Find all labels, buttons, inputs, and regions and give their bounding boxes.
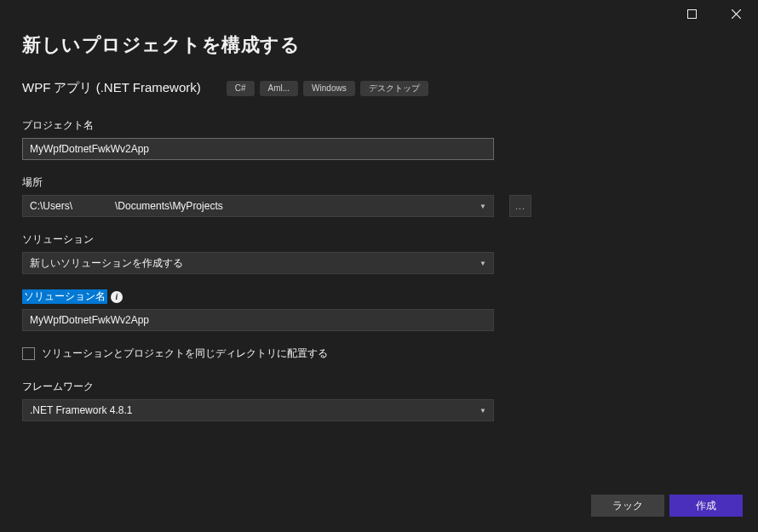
same-directory-label: ソリューションとプロジェクトを同じディレクトリに配置する [42,346,328,361]
framework-value: .NET Framework 4.8.1 [30,404,132,416]
info-icon[interactable]: i [111,291,123,303]
solution-name-label: ソリューション名 [22,289,107,304]
maximize-button[interactable] [673,2,710,26]
solution-name-input[interactable] [22,309,494,331]
same-directory-checkbox[interactable] [22,347,35,360]
solution-name-group: ソリューション名 i [22,289,736,331]
project-name-label: プロジェクト名 [22,118,736,133]
tag: Aml... [260,81,299,96]
maximize-icon [687,9,697,19]
project-name-input[interactable] [22,138,494,160]
template-name: WPF アプリ (.NET Framework) [22,80,201,96]
browse-location-button[interactable]: ... [509,195,531,217]
back-button[interactable]: ラック [591,495,664,517]
titlebar [0,0,758,27]
location-label: 場所 [22,175,736,190]
framework-group: フレームワーク .NET Framework 4.8.1 ▼ [22,380,736,421]
tag: デスクトップ [360,81,428,96]
close-icon [732,9,741,19]
solution-combobox[interactable]: 新しいソリューションを作成する ▼ [22,252,494,274]
svg-rect-0 [687,9,696,18]
solution-label: ソリューション [22,232,736,247]
solution-group: ソリューション 新しいソリューションを作成する ▼ [22,232,736,274]
chevron-down-icon: ▼ [479,260,486,267]
project-name-group: プロジェクト名 [22,118,736,160]
tag: C# [227,81,255,96]
framework-label: フレームワーク [22,380,736,394]
ellipsis-icon: ... [515,202,525,211]
location-combobox[interactable]: C:\Users\\Documents\MyProjects ▼ [22,195,494,217]
template-tags: C# Aml... Windows デスクトップ [227,81,428,96]
dialog-footer: ラック 作成 [591,495,743,517]
chevron-down-icon: ▼ [479,203,486,210]
template-summary: WPF アプリ (.NET Framework) C# Aml... Windo… [22,80,736,96]
location-group: 場所 C:\Users\\Documents\MyProjects ▼ ... [22,175,736,217]
dialog-content: 新しいプロジェクトを構成する WPF アプリ (.NET Framework) … [0,27,758,421]
tag: Windows [303,81,355,96]
location-path-text: C:\Users\\Documents\MyProjects [30,200,223,212]
chevron-down-icon: ▼ [479,407,486,415]
solution-value: 新しいソリューションを作成する [30,256,183,271]
same-directory-row: ソリューションとプロジェクトを同じディレクトリに配置する [22,346,736,361]
close-button[interactable] [717,2,755,26]
framework-combobox[interactable]: .NET Framework 4.8.1 ▼ [22,399,494,421]
create-button[interactable]: 作成 [669,495,743,517]
page-title: 新しいプロジェクトを構成する [22,32,736,58]
